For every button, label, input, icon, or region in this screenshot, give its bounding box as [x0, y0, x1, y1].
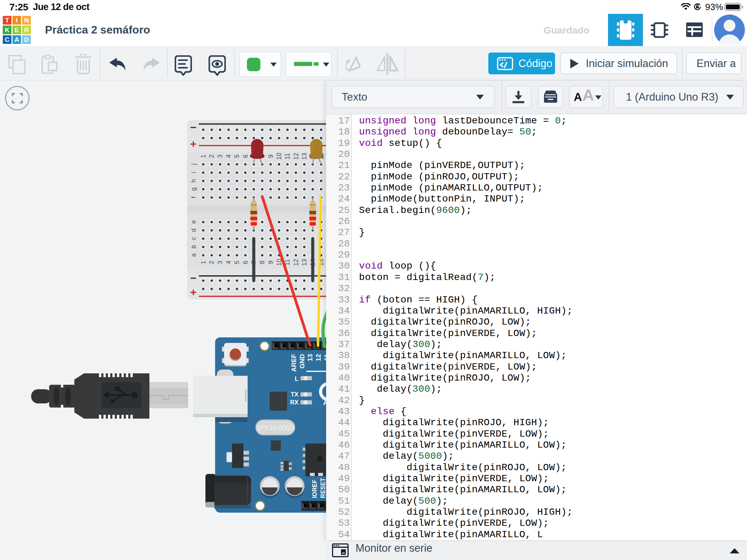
svg-text:AR: AR [323, 398, 326, 407]
svg-text:11: 11 [284, 153, 291, 160]
svg-text:RESET: RESET [320, 478, 326, 498]
svg-text:c: c [190, 237, 197, 240]
svg-text:8: 8 [259, 261, 266, 264]
svg-text:3: 3 [216, 155, 223, 158]
svg-text:5: 5 [233, 261, 240, 264]
svg-text:9: 9 [267, 261, 274, 264]
svg-text:h: h [190, 179, 197, 183]
svg-text:4: 4 [225, 261, 232, 264]
svg-text:IOREF: IOREF [311, 479, 318, 498]
svg-text:10: 10 [276, 153, 283, 160]
svg-text:13: 13 [306, 354, 314, 361]
svg-text:6: 6 [242, 155, 249, 158]
svg-text:6: 6 [242, 261, 249, 264]
svg-text:13: 13 [301, 259, 308, 266]
svg-text:a: a [190, 253, 197, 257]
svg-text:4: 4 [225, 155, 232, 158]
svg-text:2: 2 [208, 261, 215, 264]
svg-text:AREF: AREF [290, 354, 297, 372]
svg-text:1: 1 [200, 155, 207, 158]
svg-text:12: 12 [293, 153, 299, 160]
svg-text:RX: RX [290, 399, 299, 406]
svg-text:12: 12 [293, 259, 299, 266]
svg-text:3: 3 [216, 261, 223, 264]
svg-text:i: i [190, 172, 197, 173]
svg-text:j: j [190, 164, 197, 165]
svg-text:13: 13 [301, 153, 308, 160]
svg-text:L: L [295, 375, 298, 382]
svg-text:g: g [190, 187, 197, 191]
svg-text:5: 5 [233, 155, 240, 158]
svg-text:GND: GND [298, 354, 306, 368]
svg-text:TX: TX [291, 391, 299, 398]
svg-text:b: b [190, 245, 197, 249]
svg-text:d: d [190, 228, 197, 232]
svg-text:2: 2 [208, 155, 215, 158]
svg-text:1: 1 [200, 261, 207, 264]
svg-text:9: 9 [267, 155, 274, 158]
svg-text:11: 11 [323, 354, 326, 361]
svg-text:12: 12 [315, 354, 322, 361]
svg-text:SPK16.000G: SPK16.000G [256, 424, 295, 431]
svg-text:e: e [190, 220, 197, 224]
